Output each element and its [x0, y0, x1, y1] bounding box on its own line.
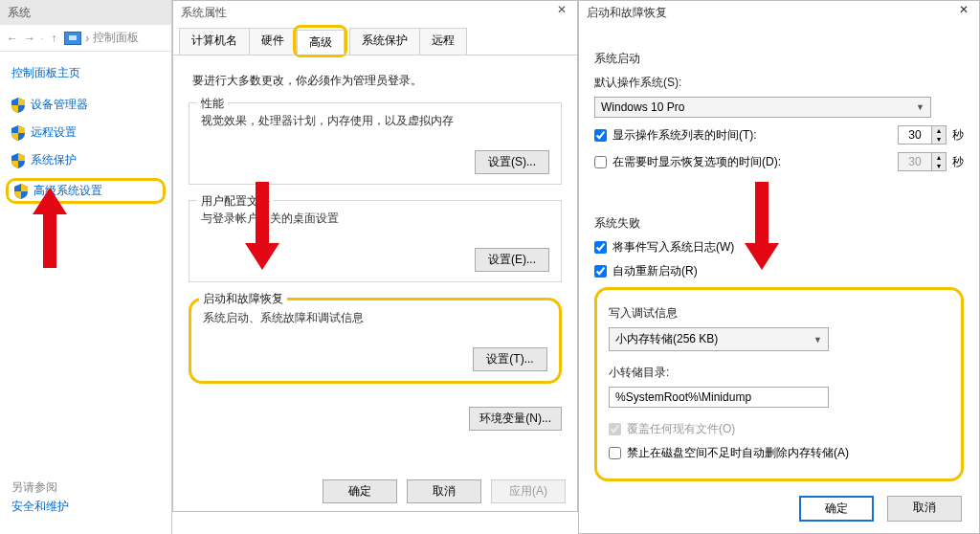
- startup-recovery-dialog: 启动和故障恢复 ✕ 系统启动 默认操作系统(S): Windows 10 Pro…: [578, 0, 980, 534]
- title-text: 系统: [8, 5, 31, 21]
- group-label: 启动和故障恢复: [199, 291, 287, 307]
- spinner-up-icon[interactable]: ▲: [932, 126, 946, 135]
- monitor-icon: [64, 32, 81, 45]
- env-vars-button[interactable]: 环境变量(N)...: [469, 407, 562, 431]
- tab-protection[interactable]: 系统保护: [349, 28, 420, 55]
- overwrite-label: 覆盖任何现有文件(O): [627, 421, 735, 437]
- tab-remote[interactable]: 远程: [419, 28, 467, 55]
- spinner-value: [899, 153, 931, 170]
- default-os-select[interactable]: Windows 10 Pro ▼: [594, 97, 931, 118]
- shield-icon: [11, 98, 25, 113]
- overwrite-checkbox: [609, 423, 621, 435]
- dialog-title: 系统属性: [173, 1, 577, 24]
- chevron-down-icon: ▼: [916, 102, 924, 112]
- section-failure: 系统失败: [594, 215, 964, 232]
- dialog-body: 要进行大多数更改，你必须作为管理员登录。 性能 视觉效果，处理器计划，内存使用，…: [173, 56, 577, 407]
- group-label: 性能: [197, 96, 228, 112]
- back-icon[interactable]: ←: [6, 32, 19, 45]
- settings-performance-button[interactable]: 设置(S)...: [475, 150, 549, 174]
- left-sidebar: 控制面板主页 设备管理器 远程设置 系统保护 高级系统设置: [0, 52, 171, 227]
- dialog-body: 系统启动 默认操作系统(S): Windows 10 Pro ▼ 显示操作系统列…: [579, 24, 979, 489]
- write-event-label: 将事件写入系统日志(W): [612, 239, 734, 256]
- tabs: 计算机名 硬件 高级 系统保护 远程: [173, 24, 577, 56]
- close-icon[interactable]: ✕: [552, 3, 571, 20]
- dialog-footer: 确定 取消 应用(A): [323, 479, 566, 503]
- forward-icon[interactable]: →: [23, 32, 36, 45]
- disable-auto-del-label: 禁止在磁盘空间不足时自动删除内存转储(A): [627, 445, 849, 461]
- dialog-footer: 确定 取消: [799, 496, 962, 522]
- group-desc: 系统启动、系统故障和调试信息: [203, 310, 547, 326]
- section-startup: 系统启动: [594, 51, 964, 67]
- up-icon[interactable]: ↑: [47, 32, 60, 45]
- highlight-tab-advanced: 高级: [293, 25, 347, 57]
- group-desc: 视觉效果，处理器计划，内存使用，以及虚拟内存: [201, 113, 549, 129]
- svg-marker-2: [745, 182, 779, 270]
- see-also-label: 另请参阅: [11, 479, 57, 496]
- show-recovery-label: 在需要时显示恢复选项的时间(D):: [612, 154, 892, 170]
- cancel-button[interactable]: 取消: [407, 479, 481, 503]
- dialog-title: 启动和故障恢复: [579, 1, 979, 24]
- group-startup-recovery: 启动和故障恢复 系统启动、系统故障和调试信息 设置(T)...: [189, 298, 562, 384]
- auto-restart-label: 自动重新启动(R): [612, 263, 698, 279]
- auto-restart-checkbox[interactable]: [594, 265, 607, 278]
- annotation-arrow-up: [33, 188, 67, 268]
- seconds-label: 秒: [952, 127, 964, 144]
- group-debug-info: 写入调试信息 小内存转储(256 KB) ▼ 小转储目录: 覆盖任何现有文件(O…: [594, 287, 964, 481]
- apply-button: 应用(A): [491, 479, 566, 503]
- default-os-label: 默认操作系统(S):: [594, 75, 964, 91]
- select-value: Windows 10 Pro: [601, 100, 684, 114]
- spinner-down-icon: ▼: [932, 162, 946, 170]
- highlight-advanced: 高级系统设置: [6, 178, 166, 204]
- breadcrumb[interactable]: 控制面板: [93, 30, 139, 46]
- dump-dir-input[interactable]: [609, 387, 829, 408]
- disable-auto-del-checkbox[interactable]: [609, 447, 621, 459]
- system-properties-dialog: 系统属性 ✕ 计算机名 硬件 高级 系统保护 远程 要进行大多数更改，你必须作为…: [172, 0, 578, 512]
- settings-userprofiles-button[interactable]: 设置(E)...: [475, 248, 549, 272]
- spinner-down-icon[interactable]: ▼: [932, 135, 946, 144]
- system-window: 系统 ← → · ↑ › 控制面板 控制面板主页 设备管理器 远程设置 系统保护…: [0, 0, 172, 534]
- show-os-list-label: 显示操作系统列表的时间(T):: [612, 127, 892, 144]
- sidebar-item-device-manager[interactable]: 设备管理器: [11, 97, 160, 113]
- sidebar-label: 远程设置: [31, 124, 77, 141]
- recovery-time-spinner: ▲▼: [898, 152, 947, 171]
- tab-computer-name[interactable]: 计算机名: [179, 28, 250, 55]
- svg-marker-0: [33, 188, 67, 268]
- sidebar-label: 系统保护: [31, 152, 77, 168]
- annotation-arrow-down: [745, 182, 779, 273]
- ok-button[interactable]: 确定: [323, 479, 397, 503]
- settings-startup-button[interactable]: 设置(T)...: [473, 347, 547, 371]
- show-os-list-checkbox[interactable]: [594, 129, 607, 142]
- shield-icon: [11, 153, 25, 168]
- admin-hint: 要进行大多数更改，你必须作为管理员登录。: [192, 73, 562, 89]
- spinner-up-icon: ▲: [932, 153, 946, 162]
- seconds-label: 秒: [952, 154, 964, 170]
- close-icon[interactable]: ✕: [954, 3, 973, 20]
- os-list-time-spinner[interactable]: ▲▼: [898, 125, 947, 145]
- spinner-value[interactable]: [899, 126, 931, 144]
- shield-icon: [14, 184, 28, 199]
- group-performance: 性能 视觉效果，处理器计划，内存使用，以及虚拟内存 设置(S)...: [189, 102, 562, 185]
- annotation-arrow-down: [245, 182, 279, 273]
- window-title: 系统: [0, 0, 171, 25]
- sidebar-label: 设备管理器: [31, 97, 88, 113]
- debug-info-select[interactable]: 小内存转储(256 KB) ▼: [609, 327, 829, 351]
- control-panel-home-link[interactable]: 控制面板主页: [11, 65, 160, 81]
- svg-marker-1: [245, 182, 279, 270]
- chevron-down-icon: ▼: [813, 335, 822, 345]
- sidebar-item-protection[interactable]: 系统保护: [11, 152, 160, 168]
- cancel-button[interactable]: 取消: [887, 496, 962, 522]
- show-recovery-checkbox[interactable]: [594, 156, 607, 168]
- shield-icon: [11, 125, 25, 141]
- select-value: 小内存转储(256 KB): [615, 331, 718, 347]
- tab-hardware[interactable]: 硬件: [249, 28, 297, 55]
- sidebar-item-remote[interactable]: 远程设置: [11, 124, 160, 141]
- security-maintenance-link[interactable]: 安全和维护: [11, 499, 69, 515]
- debug-info-label: 写入调试信息: [609, 305, 949, 322]
- dump-dir-label: 小转储目录:: [609, 365, 949, 381]
- tab-advanced[interactable]: 高级: [297, 30, 345, 55]
- nav-bar: ← → · ↑ › 控制面板: [0, 25, 171, 52]
- ok-button[interactable]: 确定: [799, 496, 874, 522]
- write-event-checkbox[interactable]: [594, 241, 607, 254]
